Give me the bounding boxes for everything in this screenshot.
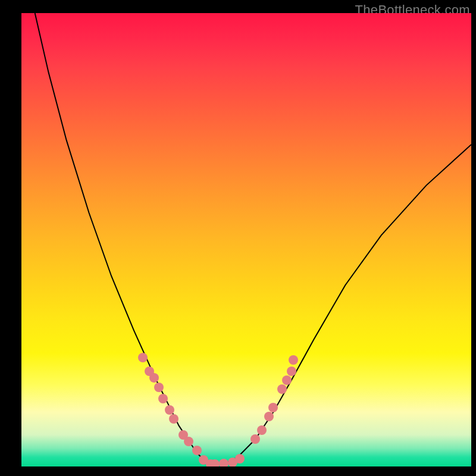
cpu-point bbox=[149, 373, 159, 383]
cpu-point bbox=[287, 367, 296, 376]
cpu-point bbox=[158, 394, 168, 403]
cpu-point bbox=[219, 459, 228, 466]
cpu-point bbox=[210, 459, 220, 466]
cpu-point bbox=[138, 353, 148, 362]
cpu-point bbox=[268, 403, 278, 412]
chart-frame: TheBottleneck.com bbox=[0, 0, 476, 476]
cpu-point bbox=[165, 405, 174, 415]
plot-area bbox=[21, 13, 471, 466]
cpu-point bbox=[235, 454, 245, 464]
cpu-point bbox=[184, 437, 193, 446]
bottleneck-curve bbox=[35, 13, 471, 465]
cpu-point bbox=[282, 375, 292, 385]
cpu-point bbox=[257, 425, 267, 435]
cpu-point bbox=[289, 355, 298, 365]
cpu-point bbox=[169, 414, 178, 424]
cpu-point bbox=[277, 384, 287, 394]
curve-svg bbox=[21, 13, 471, 466]
cpu-point bbox=[250, 434, 260, 444]
cpu-point bbox=[154, 383, 164, 392]
cpu-point bbox=[192, 446, 202, 455]
cpu-point bbox=[264, 412, 274, 421]
